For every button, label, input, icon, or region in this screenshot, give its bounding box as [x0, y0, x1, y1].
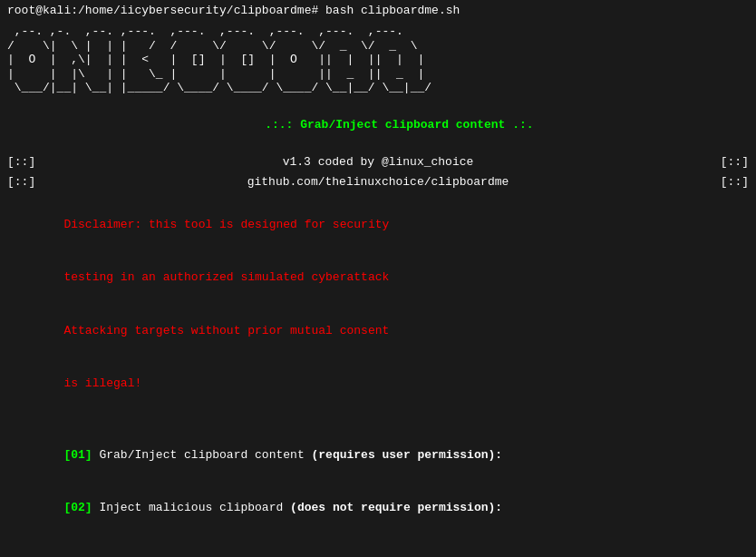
terminal-title-bar: root@kali:/home/iicybersecurity/clipboar…: [0, 0, 756, 21]
real-ascii-logo: ,--. ,-. ,--. ,---. ,---. ,---. ,---. ,-…: [7, 24, 749, 95]
menu-options: [01] Grab/Inject clipboard content (requ…: [7, 428, 749, 534]
github-line: [::] github.com/thelinuxchoice/clipboard…: [7, 173, 749, 191]
disclaimer-line1: Disclaimer: this tool is designed for se…: [7, 198, 749, 251]
version-text: v1.3 coded by @linux_choice: [283, 153, 474, 171]
github-text: github.com/thelinuxchoice/clipboardme: [247, 173, 509, 191]
bracket-left-1: [::]: [7, 153, 35, 171]
progress-line1: [+] Choose an option: 1: [7, 549, 749, 557]
bracket-right-1: [::]: [721, 153, 749, 171]
terminal-title: root@kali:/home/iicybersecurity/clipboar…: [7, 4, 460, 17]
bracket-left-2: [::]: [7, 173, 35, 191]
spacer2: [7, 542, 749, 549]
version-line: [::] v1.3 coded by @linux_choice [::]: [7, 153, 749, 171]
menu-option1: [01] Grab/Inject clipboard content (requ…: [7, 428, 749, 482]
disclaimer-line4: is illegal!: [7, 357, 749, 411]
disclaimer-block: Disclaimer: this tool is designed for se…: [7, 198, 749, 410]
bracket-right-2: [::]: [721, 173, 749, 191]
spacer1: [7, 421, 749, 428]
disclaimer-line2: testing in an authorized simulated cyber…: [7, 251, 749, 305]
subtitle-text: .:.: Grab/Inject clipboard content .:.: [265, 118, 533, 132]
disclaimer-line3: Attacking targets without prior mutual c…: [7, 304, 749, 357]
menu-option2: [02] Inject malicious clipboard (does no…: [7, 482, 749, 535]
terminal-content: ,--. ,-. ,--. ,---. ,---. ,---. ,---. ,-…: [0, 21, 756, 557]
progress-block: [+] Choose an option: 1 [+] Downloading …: [7, 549, 749, 557]
subtitle-line: .:.: Grab/Inject clipboard content .:.: [7, 99, 749, 152]
terminal-window: root@kali:/home/iicybersecurity/clipboar…: [0, 0, 756, 557]
